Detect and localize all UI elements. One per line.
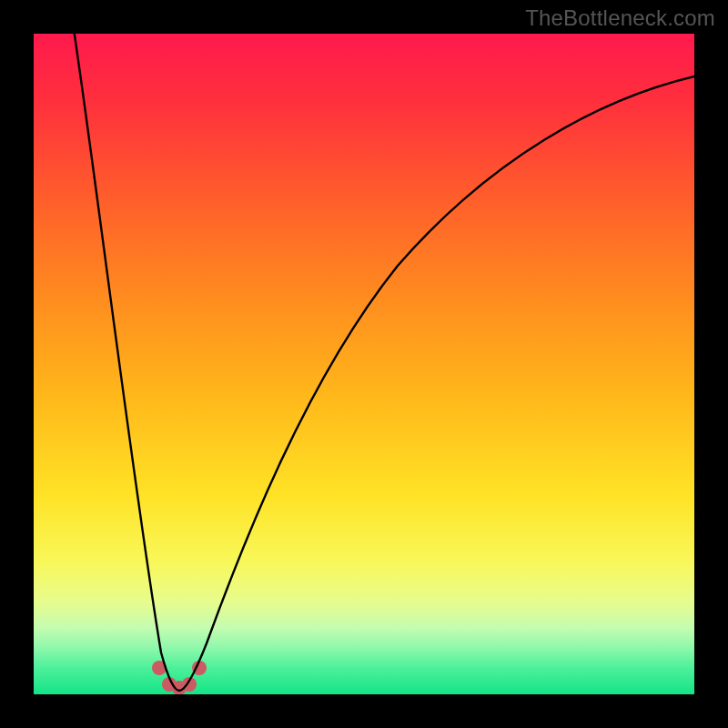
watermark-text: TheBottleneck.com <box>525 5 715 31</box>
plot-area <box>34 34 694 694</box>
chart-frame: TheBottleneck.com <box>0 0 728 728</box>
bottleneck-curve <box>74 34 694 691</box>
curve-layer <box>34 34 694 694</box>
valley-markers <box>152 661 207 694</box>
